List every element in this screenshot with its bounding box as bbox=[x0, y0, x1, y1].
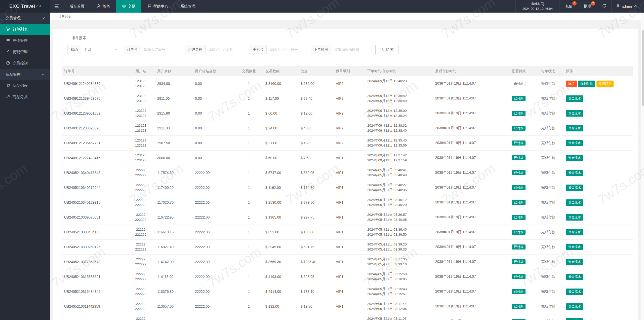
gauge-icon bbox=[6, 61, 10, 66]
frozen-cell: 22222.00 bbox=[192, 290, 234, 294]
fund-flow-button[interactable]: 资金流水 bbox=[566, 95, 583, 102]
username-cell: 123123123123 bbox=[126, 153, 155, 163]
table-row: UB2409121238323328 123123123123 2911.00 … bbox=[62, 121, 633, 136]
row-actions: 资金流水 bbox=[564, 199, 633, 206]
sidebar-item-trade-control[interactable]: 交易控制 bbox=[0, 58, 50, 69]
scrollbar-thumb[interactable] bbox=[642, 30, 644, 106]
recharge-notice-button[interactable]: 充值 0 bbox=[559, 0, 578, 13]
search-fieldset: 条件搜索 状态 全部 订单号 用户名称 手 bbox=[62, 36, 633, 60]
fund-flow-button[interactable]: 资金流水 bbox=[566, 199, 583, 206]
row-actions: 资金流水 bbox=[564, 184, 633, 191]
commission-cell: $ 174.30 bbox=[298, 186, 333, 190]
sidebar-group-goods-management[interactable]: 商品管理 bbox=[0, 69, 50, 80]
frozen-cell: 22222.00 bbox=[192, 171, 234, 175]
commission-cell: $ 1285.40 bbox=[298, 260, 333, 264]
freeze-order-button[interactable]: 冻结 bbox=[566, 81, 577, 87]
paid-cell: 已付款 bbox=[504, 289, 532, 294]
menu-item-trade[interactable]: 交易 bbox=[116, 0, 141, 13]
sidebar-item-goods-category[interactable]: 商品分类 bbox=[0, 91, 50, 103]
cart-icon bbox=[6, 27, 10, 32]
paid-cell: 已付款 bbox=[504, 111, 532, 116]
search-button[interactable]: 搜 索 bbox=[375, 45, 398, 54]
fund-flow-button[interactable]: 资金流水 bbox=[566, 185, 583, 191]
username-input[interactable] bbox=[206, 45, 246, 54]
order-state-cell: 完成付款 bbox=[532, 156, 564, 160]
last-pay-time-cell: 2038年01月19日 11:14:07 bbox=[433, 319, 504, 320]
fund-flow-button[interactable]: 资金流水 bbox=[566, 214, 583, 221]
fund-flow-button[interactable]: 资金流水 bbox=[566, 303, 583, 310]
qty-cell: 1 bbox=[234, 111, 263, 115]
sidebar-item-order-list[interactable]: 订单列表 bbox=[0, 24, 50, 35]
column-header: 订单号 bbox=[62, 69, 126, 74]
balance-cell: 2934.00 bbox=[155, 82, 192, 86]
breadcrumb-marker: » bbox=[54, 14, 56, 18]
vertical-scrollbar[interactable] bbox=[641, 13, 644, 320]
menu-item-help-center[interactable]: 帮助中心 bbox=[141, 0, 174, 13]
frozen-cell: 22222.00 bbox=[192, 245, 234, 249]
paid-status-badge: 已付款 bbox=[512, 155, 526, 161]
phone-input[interactable] bbox=[267, 45, 307, 54]
paid-status-badge: 已付款 bbox=[512, 274, 526, 279]
order-no-cell: UB2409121227428416 bbox=[62, 156, 126, 160]
level-cell: VIP1 bbox=[333, 186, 365, 190]
paid-status-badge: 已付款 bbox=[512, 96, 526, 101]
paid-cell: 已付款 bbox=[504, 244, 532, 250]
fund-flow-button[interactable]: 资金流水 bbox=[566, 170, 583, 176]
level-cell: VIP1 bbox=[333, 156, 365, 160]
withdraw-notice-button[interactable]: 提现 7 bbox=[578, 0, 597, 13]
commission-cell: $ 23.40 bbox=[298, 96, 333, 100]
fund-flow-button[interactable]: 资金流水 bbox=[566, 259, 583, 265]
order-no-cell: UB2405210317358578 bbox=[62, 260, 126, 264]
fund-flow-button[interactable]: 资金流水 bbox=[566, 318, 583, 320]
fund-flow-button[interactable]: 资金流水 bbox=[566, 274, 583, 280]
level-cell: VIP1 bbox=[333, 290, 365, 294]
refresh-button[interactable] bbox=[597, 0, 611, 13]
balance-cell: 116722.95 bbox=[155, 215, 192, 219]
paid-status-badge: 已付款 bbox=[512, 289, 526, 294]
hamburger-menu-icon[interactable] bbox=[50, 0, 63, 13]
fund-flow-button[interactable]: 资金流水 bbox=[566, 229, 583, 235]
qty-cell: 1 bbox=[234, 186, 263, 190]
fund-flow-button[interactable]: 资金流水 bbox=[566, 125, 583, 131]
fund-flow-button[interactable]: 资金流水 bbox=[566, 140, 583, 146]
user-menu[interactable]: admin bbox=[611, 0, 644, 13]
row-actions: 资金流水 bbox=[564, 229, 633, 236]
amount-cell: $ 1985.00 bbox=[263, 215, 298, 219]
orders-table: 订单号用户名用户余额用户冻结金额交易数量交易数额佣金做单级别下单时间/付款时间最… bbox=[62, 66, 633, 320]
status-select[interactable]: 状态 全部 bbox=[67, 45, 120, 54]
order-time-cell: 2024年05月21日 03:40:122024年05月21日 03:40:20 bbox=[365, 197, 433, 207]
paid-status-badge: 已付款 bbox=[512, 126, 526, 131]
group-label: 商品管理 bbox=[6, 72, 21, 77]
sidebar-item-label: 订单列表 bbox=[13, 27, 28, 32]
menu-label: 角色 bbox=[102, 4, 110, 9]
amount-cell: $ 50.00 bbox=[263, 156, 298, 160]
order-time-input[interactable] bbox=[331, 45, 372, 54]
menu-item-dashboard[interactable]: 后台首页 bbox=[63, 0, 91, 13]
order-state-cell: 等待付款 bbox=[532, 81, 564, 86]
status-select-value[interactable]: 全部 bbox=[81, 45, 120, 54]
fund-flow-button[interactable]: 资金流水 bbox=[566, 289, 583, 295]
cancel-order-button[interactable]: 取消订单 bbox=[596, 81, 614, 87]
commission-cell: $ 4.80 bbox=[298, 126, 333, 130]
last-pay-time-cell: 2038年01月19日 11:14:07 bbox=[433, 200, 504, 205]
force-pay-button[interactable]: 强制付款 bbox=[578, 81, 595, 87]
sidebar-item-goods-list[interactable]: 商品列表 bbox=[0, 80, 50, 91]
sidebar-item-recharge-management[interactable]: 充值管理 bbox=[0, 35, 50, 46]
menu-item-roles[interactable]: 角色 bbox=[91, 0, 116, 13]
commission-cell: $ 379.50 bbox=[298, 200, 333, 204]
chevron-down-icon bbox=[42, 73, 45, 77]
amount-cell: $ 3160.00 bbox=[263, 82, 298, 86]
fund-flow-button[interactable]: 资金流水 bbox=[566, 110, 583, 117]
fund-flow-button[interactable]: 资金流水 bbox=[566, 155, 583, 161]
table-row: UB2405210339258125 22222222222 116027.40… bbox=[62, 240, 633, 255]
fund-flow-button[interactable]: 资金流水 bbox=[566, 244, 583, 250]
sidebar-group-trade-management[interactable]: 交易管理 bbox=[0, 13, 50, 24]
level-cell: VIP1 bbox=[333, 230, 365, 234]
paid-status-badge: 已付款 bbox=[512, 200, 526, 205]
order-no-input[interactable] bbox=[141, 45, 181, 54]
username-cell: 123123123123 bbox=[126, 93, 155, 103]
filter-row: 状态 全部 订单号 用户名称 手机号 bbox=[67, 45, 628, 54]
sidebar-item-withdraw-management[interactable]: 提现管理 bbox=[0, 46, 50, 58]
order-time-cell: 2024年09月12日 12:27:422024年09月12日 12:27:59 bbox=[365, 153, 433, 163]
menu-item-system[interactable]: 系统管理 bbox=[174, 0, 202, 13]
